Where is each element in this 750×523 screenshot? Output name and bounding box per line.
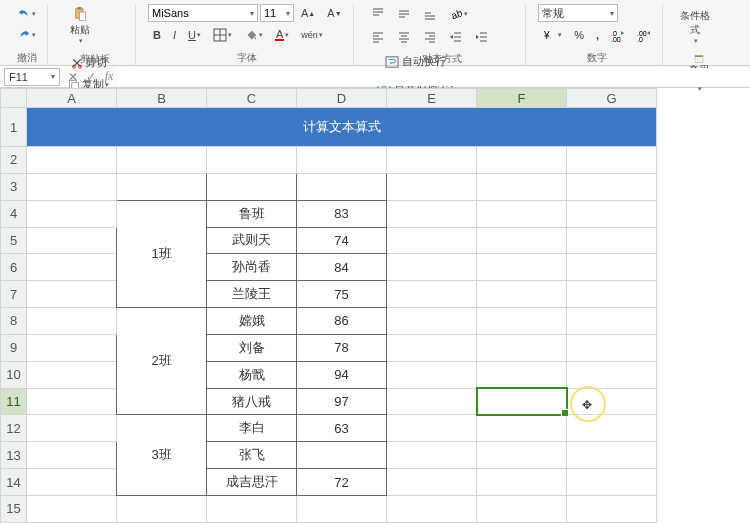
table-cell[interactable]: 86: [297, 308, 387, 335]
cell[interactable]: [27, 442, 117, 469]
align-left-button[interactable]: [366, 27, 390, 47]
cell[interactable]: [477, 254, 567, 281]
cell[interactable]: [27, 361, 117, 388]
cell[interactable]: [27, 469, 117, 496]
increase-decimal-button[interactable]: .0.00: [606, 25, 630, 45]
table-header[interactable]: 姓名: [207, 173, 297, 200]
table-cell[interactable]: 1班: [117, 200, 207, 307]
cell[interactable]: [477, 334, 567, 361]
cell[interactable]: [567, 388, 657, 415]
col-header[interactable]: E: [387, 89, 477, 108]
align-right-button[interactable]: [418, 27, 442, 47]
table-cell[interactable]: 猪八戒: [207, 388, 297, 415]
cell[interactable]: [117, 147, 207, 174]
orientation-button[interactable]: ab▾: [444, 4, 473, 24]
selected-cell[interactable]: [477, 388, 567, 415]
cell[interactable]: [567, 173, 657, 200]
cell[interactable]: [567, 308, 657, 335]
conditional-format-button[interactable]: 条件格式▾: [675, 4, 715, 48]
cell[interactable]: [477, 495, 567, 522]
col-header[interactable]: B: [117, 89, 207, 108]
cell[interactable]: [477, 361, 567, 388]
row-header[interactable]: 8: [1, 308, 27, 335]
cell[interactable]: [387, 147, 477, 174]
insert-function-button[interactable]: fx: [100, 69, 118, 84]
table-cell[interactable]: 63: [297, 415, 387, 442]
align-bottom-button[interactable]: [418, 4, 442, 24]
row-header[interactable]: 3: [1, 173, 27, 200]
table-cell[interactable]: 武则天: [207, 227, 297, 254]
italic-button[interactable]: I: [168, 26, 181, 44]
row-header[interactable]: 6: [1, 254, 27, 281]
table-cell[interactable]: 李白: [207, 415, 297, 442]
table-cell[interactable]: 刘备: [207, 334, 297, 361]
font-name-combo[interactable]: ▾: [148, 4, 258, 22]
table-header[interactable]: 考核得分: [297, 173, 387, 200]
cell[interactable]: [387, 442, 477, 469]
align-top-button[interactable]: [366, 4, 390, 24]
cancel-formula-button[interactable]: ✕: [64, 70, 82, 84]
row-header[interactable]: 11: [1, 388, 27, 415]
cell[interactable]: [567, 254, 657, 281]
table-cell[interactable]: 成吉思汗: [207, 469, 297, 496]
cell[interactable]: [27, 254, 117, 281]
formula-input[interactable]: [118, 68, 750, 86]
row-header[interactable]: 4: [1, 200, 27, 227]
cell[interactable]: [27, 281, 117, 308]
row-header[interactable]: 1: [1, 108, 27, 147]
col-header[interactable]: F: [477, 89, 567, 108]
undo-button[interactable]: ▾: [12, 4, 41, 24]
cell[interactable]: [477, 415, 567, 442]
table-cell[interactable]: 3班: [117, 415, 207, 496]
cell[interactable]: [567, 334, 657, 361]
cell[interactable]: [27, 308, 117, 335]
cell[interactable]: [387, 254, 477, 281]
phonetic-button[interactable]: wén▾: [296, 27, 328, 43]
font-color-button[interactable]: A▾: [270, 26, 294, 44]
cell[interactable]: [27, 415, 117, 442]
cell[interactable]: [27, 147, 117, 174]
table-cell[interactable]: 74: [297, 227, 387, 254]
cell[interactable]: [387, 495, 477, 522]
cell[interactable]: [477, 442, 567, 469]
row-header[interactable]: 9: [1, 334, 27, 361]
cell[interactable]: [567, 200, 657, 227]
cell[interactable]: [387, 281, 477, 308]
cell[interactable]: [477, 281, 567, 308]
row-header[interactable]: 15: [1, 495, 27, 522]
row-header[interactable]: 7: [1, 281, 27, 308]
align-center-button[interactable]: [392, 27, 416, 47]
cell[interactable]: [477, 469, 567, 496]
cell[interactable]: [387, 361, 477, 388]
border-button[interactable]: ▾: [208, 25, 237, 45]
fill-color-button[interactable]: ▾: [239, 25, 268, 45]
cell[interactable]: [567, 495, 657, 522]
redo-button[interactable]: ▾: [12, 25, 41, 45]
cell[interactable]: [567, 415, 657, 442]
grid[interactable]: A B C D E F G 1 计算文本算式 2 3 班级 姓名 考核得分 4 …: [0, 88, 657, 523]
cell[interactable]: [27, 227, 117, 254]
table-cell[interactable]: 78: [297, 334, 387, 361]
table-cell[interactable]: 孙尚香: [207, 254, 297, 281]
table-cell[interactable]: 杨戬: [207, 361, 297, 388]
cell[interactable]: [387, 334, 477, 361]
cell[interactable]: [387, 308, 477, 335]
font-size-input[interactable]: [264, 7, 284, 19]
worksheet[interactable]: A B C D E F G 1 计算文本算式 2 3 班级 姓名 考核得分 4 …: [0, 88, 750, 523]
cell[interactable]: [207, 147, 297, 174]
table-cell[interactable]: 94: [297, 361, 387, 388]
cell[interactable]: [477, 200, 567, 227]
row-header[interactable]: 12: [1, 415, 27, 442]
table-cell[interactable]: 嫦娥: [207, 308, 297, 335]
cell[interactable]: [567, 227, 657, 254]
cell[interactable]: [27, 173, 117, 200]
table-cell[interactable]: [297, 442, 387, 469]
row-header[interactable]: 10: [1, 361, 27, 388]
cell[interactable]: [27, 334, 117, 361]
row-header[interactable]: 14: [1, 469, 27, 496]
decrease-decimal-button[interactable]: .00.0: [632, 25, 656, 45]
cell[interactable]: [567, 281, 657, 308]
cell[interactable]: [477, 147, 567, 174]
cell[interactable]: [387, 200, 477, 227]
cell[interactable]: [297, 147, 387, 174]
